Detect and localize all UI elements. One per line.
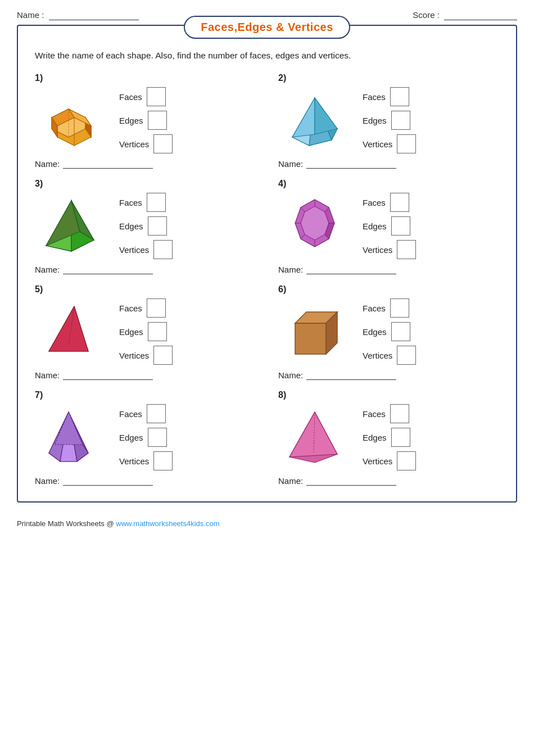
- problems-grid: 1): [24, 67, 510, 490]
- answer-box[interactable]: [390, 298, 409, 318]
- svg-marker-15: [315, 98, 337, 134]
- name-label: Name :: [17, 10, 139, 20]
- problem-8-num: 8): [278, 390, 499, 400]
- problem-4-num: 4): [278, 179, 499, 189]
- problem-4-content: Faces Edges Vertices: [278, 192, 499, 260]
- problem-1-num: 1): [35, 73, 256, 83]
- field-row: Faces: [119, 404, 173, 423]
- answer-box[interactable]: [397, 346, 416, 365]
- answer-box[interactable]: [153, 134, 173, 153]
- answer-box[interactable]: [148, 216, 167, 236]
- fields-8: Faces Edges Vertices: [363, 404, 416, 470]
- answer-box[interactable]: [391, 216, 410, 236]
- problem-1: 1): [24, 67, 267, 173]
- answer-box[interactable]: [391, 322, 410, 341]
- shape-4: [278, 192, 351, 260]
- fields-2: Faces Edges Vertices: [363, 87, 416, 153]
- answer-box[interactable]: [147, 298, 166, 318]
- name-input[interactable]: [49, 10, 139, 20]
- field-row: Faces: [363, 298, 416, 318]
- score-label: Score :: [413, 10, 517, 20]
- answer-box[interactable]: [390, 87, 409, 106]
- answer-box[interactable]: [153, 240, 173, 259]
- field-row: Vertices: [363, 240, 416, 259]
- field-row: Vertices: [363, 134, 416, 153]
- name-line-8: Name:: [278, 476, 499, 486]
- name-line-2: Name:: [278, 159, 499, 169]
- problem-6-num: 6): [278, 284, 499, 295]
- answer-box[interactable]: [390, 404, 409, 423]
- footer-link[interactable]: www.mathworksheets4kids.com: [116, 519, 219, 528]
- svg-marker-14: [292, 98, 315, 137]
- name-line-1: Name:: [35, 159, 256, 169]
- name-line-7: Name:: [35, 476, 256, 486]
- fields-4: Faces Edges Vertices: [363, 193, 416, 259]
- score-input[interactable]: [444, 10, 517, 20]
- shape-1: [35, 87, 108, 154]
- field-row: Faces: [119, 298, 173, 318]
- field-row: Edges: [363, 216, 416, 236]
- answer-box[interactable]: [391, 111, 410, 130]
- fields-1: Faces Edges Vertices: [119, 87, 173, 153]
- shape-2: [278, 87, 351, 154]
- answer-box[interactable]: [397, 134, 416, 153]
- problem-3-num: 3): [35, 179, 256, 189]
- svg-marker-47: [55, 412, 83, 445]
- answer-box[interactable]: [397, 451, 416, 470]
- svg-marker-51: [289, 412, 337, 457]
- answer-box[interactable]: [390, 193, 409, 212]
- footer: Printable Math Worksheets @ www.mathwork…: [0, 514, 534, 528]
- field-row: Faces: [363, 193, 416, 212]
- problem-3-content: Faces Edges Vertices: [35, 192, 256, 260]
- field-row: Vertices: [119, 134, 173, 153]
- answer-box[interactable]: [397, 240, 416, 259]
- field-row: Vertices: [119, 346, 173, 365]
- fields-3: Faces Edges Vertices: [119, 193, 173, 259]
- field-row: Faces: [119, 87, 173, 106]
- shape-6: [278, 298, 351, 365]
- answer-box[interactable]: [148, 428, 167, 447]
- field-row: Edges: [363, 428, 416, 447]
- problem-5-content: Faces Edges Vertices: [35, 298, 256, 365]
- answer-box[interactable]: [147, 87, 166, 106]
- shape-5: [35, 298, 108, 365]
- instruction: Write the name of each shape. Also, find…: [35, 49, 499, 62]
- name-line-4: Name:: [278, 264, 499, 274]
- problem-7: 7): [24, 384, 267, 490]
- field-row: Faces: [119, 193, 173, 212]
- problem-6: 6): [267, 279, 510, 384]
- field-row: Vertices: [119, 451, 173, 470]
- name-line-3: Name:: [35, 264, 256, 274]
- field-row: Edges: [119, 428, 173, 447]
- answer-box[interactable]: [148, 111, 167, 130]
- field-row: Faces: [363, 404, 416, 423]
- fields-7: Faces Edges Vertices: [119, 404, 173, 470]
- answer-box[interactable]: [153, 346, 173, 365]
- answer-box[interactable]: [391, 428, 410, 447]
- field-row: Vertices: [363, 346, 416, 365]
- problem-2: 2): [267, 67, 510, 173]
- field-row: Vertices: [119, 240, 173, 259]
- field-row: Edges: [363, 111, 416, 130]
- problem-2-num: 2): [278, 73, 499, 83]
- problem-5: 5): [24, 279, 267, 384]
- fields-6: Faces Edges Vertices: [363, 298, 416, 365]
- shape-7: [35, 404, 108, 471]
- field-row: Vertices: [363, 451, 416, 470]
- problem-4: 4): [267, 173, 510, 279]
- main-box: Faces,Edges & Vertices Write the name of…: [17, 25, 517, 503]
- shape-8: [278, 404, 351, 471]
- problem-7-content: Faces Edges Vertices: [35, 404, 256, 471]
- problem-7-num: 7): [35, 390, 256, 400]
- field-row: Faces: [363, 87, 416, 106]
- answer-box[interactable]: [153, 451, 173, 470]
- answer-box[interactable]: [147, 404, 166, 423]
- svg-rect-38: [295, 323, 326, 354]
- name-line-6: Name:: [278, 370, 499, 380]
- answer-box[interactable]: [148, 322, 167, 341]
- title-badge: Faces,Edges & Vertices: [184, 16, 350, 39]
- answer-box[interactable]: [147, 193, 166, 212]
- problem-5-num: 5): [35, 284, 256, 295]
- page: Name : Score : Faces,Edges & Vertices Wr…: [0, 0, 534, 756]
- problem-2-content: Faces Edges Vertices: [278, 87, 499, 154]
